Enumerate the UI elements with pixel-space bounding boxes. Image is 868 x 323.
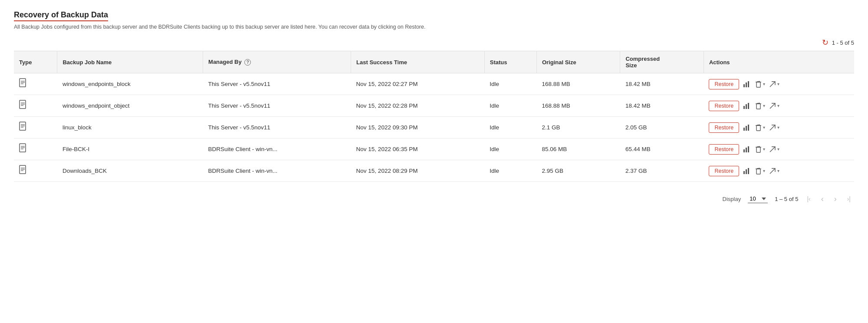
last-page-button[interactable]: ›|	[845, 194, 852, 203]
table-header: Type Backup Job Name Managed By ? Last S…	[14, 51, 854, 73]
send-icon[interactable]	[768, 80, 777, 89]
send-dropdown-arrow[interactable]: ▾	[777, 103, 779, 108]
cell-managed-by: This Server - v5.5nov11	[203, 73, 351, 95]
delete-icon-group: ▾	[754, 123, 765, 132]
delete-icon[interactable]	[754, 167, 763, 175]
col-actions: Actions	[704, 51, 854, 73]
svg-rect-53	[746, 169, 747, 174]
cell-last-success: Nov 15, 2022 06:35 PM	[351, 138, 485, 160]
svg-rect-55	[756, 169, 760, 174]
cell-name: windows_endpoints_block	[57, 73, 203, 95]
delete-icon[interactable]	[754, 123, 763, 132]
send-icon-group: ▾	[768, 80, 779, 89]
delete-icon-group: ▾	[754, 167, 765, 175]
page-title: Recovery of Backup Data	[14, 10, 108, 21]
col-compressed-size: CompressedSize	[620, 51, 704, 73]
svg-rect-16	[743, 106, 745, 109]
stats-icon[interactable]	[742, 145, 751, 154]
stats-icon-group	[742, 80, 751, 89]
display-select[interactable]: 102550100	[748, 194, 768, 203]
page-subtitle: All Backup Jobs configured from this bac…	[14, 24, 854, 30]
footer: Display 102550100 1 – 5 of 5 |‹ ‹ › ›|	[14, 194, 854, 204]
file-type-icon	[19, 168, 28, 176]
backup-table: Type Backup Job Name Managed By ? Last S…	[14, 51, 854, 182]
send-icon[interactable]	[768, 145, 777, 154]
top-bar: ↻ 1 - 5 of 5	[14, 38, 854, 47]
send-icon-group: ▾	[768, 167, 779, 175]
first-page-button[interactable]: |‹	[805, 194, 812, 203]
table-row: linux_blockThis Server - v5.5nov11Nov 15…	[14, 117, 854, 138]
delete-dropdown-arrow[interactable]: ▾	[763, 125, 765, 130]
cell-last-success: Nov 15, 2022 08:29 PM	[351, 160, 485, 182]
restore-button[interactable]: Restore	[709, 79, 739, 89]
col-original-size: Original Size	[536, 51, 620, 73]
col-name: Backup Job Name	[57, 51, 203, 73]
delete-dropdown-arrow[interactable]: ▾	[763, 103, 765, 108]
restore-button[interactable]: Restore	[709, 122, 739, 133]
delete-icon-group: ▾	[754, 102, 765, 110]
delete-dropdown-arrow[interactable]: ▾	[763, 147, 765, 152]
svg-rect-40	[743, 149, 745, 152]
delete-dropdown-arrow[interactable]: ▾	[763, 82, 765, 86]
next-page-button[interactable]: ›	[832, 194, 838, 204]
stats-icon[interactable]	[742, 167, 751, 175]
svg-line-47	[770, 147, 775, 152]
stats-icon[interactable]	[742, 102, 751, 110]
send-dropdown-arrow[interactable]: ▾	[777, 147, 779, 152]
cell-managed-by: BDRSuite Client - win-vn...	[203, 160, 351, 182]
table-row: windows_endpoint_objectThis Server - v5.…	[14, 95, 854, 117]
cell-type	[14, 95, 57, 117]
record-count: 1 - 5 of 5	[832, 40, 854, 46]
refresh-icon[interactable]: ↻	[822, 38, 829, 47]
svg-line-11	[770, 82, 775, 87]
send-icon[interactable]	[768, 102, 777, 110]
delete-icon[interactable]	[754, 102, 763, 110]
cell-actions: Restore	[704, 138, 854, 160]
managed-by-help-icon[interactable]: ?	[244, 59, 251, 66]
cell-original-size: 2.1 GB	[536, 117, 620, 138]
file-type-icon	[19, 102, 28, 111]
prev-page-button[interactable]: ‹	[819, 194, 825, 204]
svg-rect-41	[746, 148, 747, 152]
delete-icon[interactable]	[754, 80, 763, 89]
stats-icon-group	[742, 167, 751, 175]
send-dropdown-arrow[interactable]: ▾	[777, 125, 779, 130]
svg-rect-52	[743, 171, 745, 174]
display-label: Display	[723, 196, 741, 202]
svg-rect-17	[746, 104, 747, 109]
svg-rect-54	[748, 168, 749, 174]
svg-rect-30	[748, 125, 749, 131]
svg-rect-29	[746, 126, 747, 131]
send-dropdown-arrow[interactable]: ▾	[777, 168, 779, 173]
restore-button[interactable]: Restore	[709, 144, 739, 155]
cell-status: Idle	[484, 73, 536, 95]
svg-line-23	[770, 103, 775, 109]
svg-rect-4	[743, 84, 745, 87]
stats-icon[interactable]	[742, 80, 751, 89]
send-icon[interactable]	[768, 167, 777, 175]
restore-button[interactable]: Restore	[709, 166, 739, 176]
cell-compressed-size: 2.05 GB	[620, 117, 704, 138]
delete-dropdown-arrow[interactable]: ▾	[763, 168, 765, 173]
restore-button[interactable]: Restore	[709, 101, 739, 111]
cell-original-size: 2.95 GB	[536, 160, 620, 182]
table-row: File-BCK-IBDRSuite Client - win-vn...Nov…	[14, 138, 854, 160]
cell-compressed-size: 2.37 GB	[620, 160, 704, 182]
stats-icon-group	[742, 123, 751, 132]
cell-name: windows_endpoint_object	[57, 95, 203, 117]
svg-rect-31	[756, 125, 760, 131]
cell-original-size: 168.88 MB	[536, 95, 620, 117]
stats-icon-group	[742, 145, 751, 154]
cell-type	[14, 138, 57, 160]
stats-icon[interactable]	[742, 123, 751, 132]
cell-type	[14, 117, 57, 138]
delete-icon[interactable]	[754, 145, 763, 154]
send-icon[interactable]	[768, 123, 777, 132]
col-type: Type	[14, 51, 57, 73]
col-status: Status	[484, 51, 536, 73]
cell-actions: Restore	[704, 117, 854, 138]
cell-name: Downloads_BCK	[57, 160, 203, 182]
send-dropdown-arrow[interactable]: ▾	[777, 82, 779, 86]
svg-rect-43	[756, 147, 760, 152]
cell-managed-by: This Server - v5.5nov11	[203, 117, 351, 138]
